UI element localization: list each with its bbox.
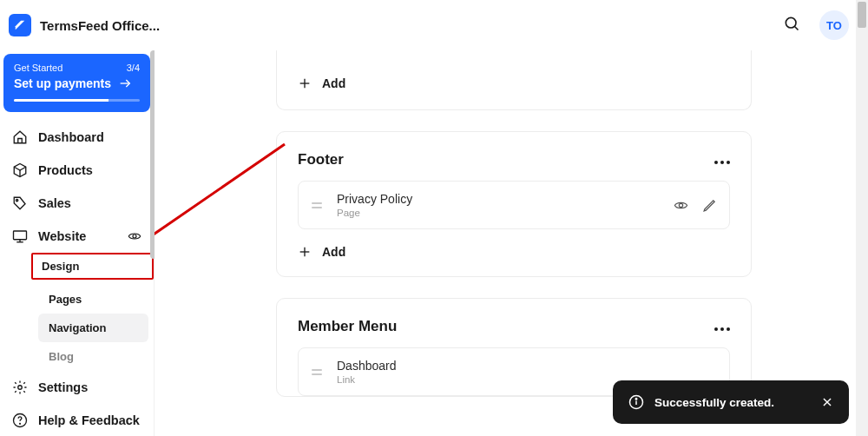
arrow-right-icon <box>118 76 132 90</box>
app-logo[interactable] <box>9 14 31 36</box>
info-icon <box>628 394 644 410</box>
svg-point-4 <box>16 200 18 201</box>
nav-row[interactable]: Privacy Policy Page <box>298 181 730 229</box>
sidebar-item-label: Products <box>38 163 93 177</box>
svg-point-22 <box>727 327 730 331</box>
help-icon <box>12 413 28 428</box>
svg-line-1 <box>795 27 799 30</box>
svg-line-23 <box>155 144 285 259</box>
close-icon[interactable] <box>821 396 833 408</box>
svg-rect-5 <box>14 231 27 240</box>
svg-point-16 <box>727 161 730 164</box>
section-title: Member Menu <box>298 318 397 335</box>
sidebar-sub-navigation[interactable]: Navigation <box>38 314 148 342</box>
svg-point-0 <box>786 17 796 28</box>
row-title: Privacy Policy <box>337 192 660 206</box>
svg-point-17 <box>679 203 682 207</box>
get-started-cta: Set up payments <box>14 76 111 90</box>
eye-icon[interactable] <box>674 198 688 213</box>
section-title: Footer <box>298 151 344 168</box>
svg-point-14 <box>714 161 718 164</box>
toast: Successfully created. <box>613 380 849 424</box>
get-started-label: Get Started <box>14 63 62 73</box>
app-title: TermsFeed Office... <box>40 18 160 33</box>
svg-point-26 <box>635 399 637 400</box>
sidebar-sub-label: Design <box>42 260 79 273</box>
drag-handle-icon[interactable] <box>311 369 323 375</box>
svg-point-8 <box>133 235 136 238</box>
box-icon <box>12 162 28 178</box>
row-title: Dashboard <box>337 359 717 373</box>
toast-message: Successfully created. <box>654 396 774 409</box>
add-label: Add <box>322 76 345 90</box>
sidebar-item-label: Help & Feedback <box>38 413 140 427</box>
monitor-icon <box>12 228 28 244</box>
add-button[interactable]: Add <box>298 61 730 90</box>
sidebar-sub-pages[interactable]: Pages <box>38 285 148 314</box>
add-button[interactable]: Add <box>277 229 751 276</box>
eye-icon[interactable] <box>128 229 141 243</box>
svg-point-15 <box>720 161 724 164</box>
plus-icon <box>298 76 312 90</box>
svg-point-9 <box>18 386 23 390</box>
tag-icon <box>12 195 28 211</box>
home-icon <box>12 129 28 145</box>
sidebar-item-dashboard[interactable]: Dashboard <box>0 121 154 154</box>
page-scrollbar[interactable] <box>856 0 868 436</box>
pencil-icon[interactable] <box>702 198 717 213</box>
sidebar-item-website[interactable]: Website <box>0 220 154 253</box>
get-started-progress: 3/4 <box>127 63 140 73</box>
sidebar-item-label: Website <box>38 229 86 243</box>
sidebar-item-label: Settings <box>38 380 88 394</box>
sidebar-item-settings[interactable]: Settings <box>0 371 154 404</box>
drag-handle-icon[interactable] <box>311 202 323 208</box>
plus-icon <box>298 245 312 259</box>
sidebar-sub-design[interactable]: Design <box>31 253 154 280</box>
sidebar-item-label: Dashboard <box>38 130 104 144</box>
annotation-arrow <box>155 137 293 276</box>
more-icon[interactable] <box>714 319 730 334</box>
sidebar-item-label: Sales <box>38 196 71 210</box>
svg-point-21 <box>720 327 724 331</box>
sidebar-item-help[interactable]: Help & Feedback <box>0 404 154 436</box>
svg-point-11 <box>20 423 21 424</box>
search-icon[interactable] <box>783 15 800 36</box>
more-icon[interactable] <box>714 152 730 168</box>
gear-icon <box>12 380 28 395</box>
svg-point-20 <box>714 327 718 331</box>
avatar[interactable]: TO <box>819 10 849 40</box>
sidebar-item-sales[interactable]: Sales <box>0 187 154 220</box>
get-started-card[interactable]: Get Started 3/4 Set up payments <box>3 54 150 112</box>
add-label: Add <box>322 245 345 259</box>
sidebar-item-products[interactable]: Products <box>0 154 154 187</box>
row-type: Page <box>337 208 660 218</box>
section-card: Add <box>276 50 752 110</box>
sidebar-sub-blog[interactable]: Blog <box>38 342 148 371</box>
footer-section-card: Footer Privacy Policy Page Add <box>276 131 752 277</box>
